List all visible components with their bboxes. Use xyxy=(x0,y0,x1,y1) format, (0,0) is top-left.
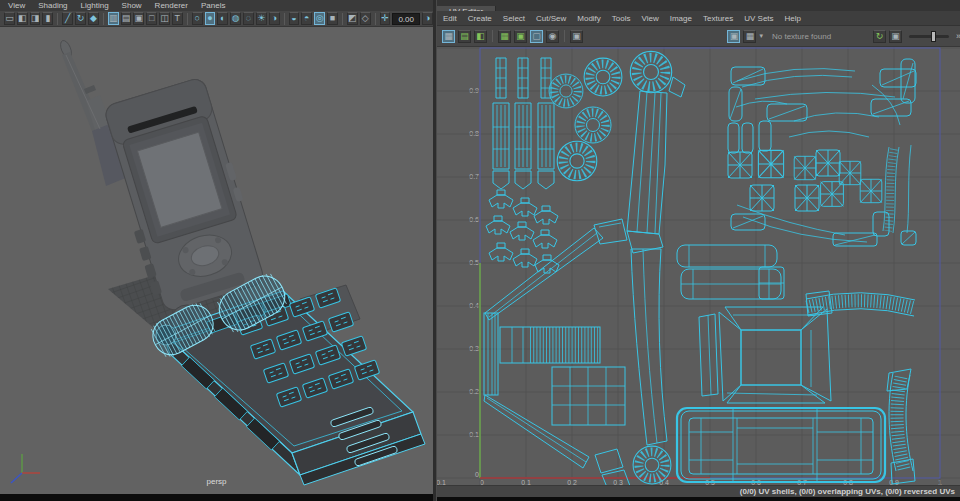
menu-show[interactable]: Show xyxy=(122,1,142,10)
viewport-glow-icon[interactable]: ◎ xyxy=(314,12,325,25)
empty-pane-icon[interactable]: □ xyxy=(146,12,157,25)
toolbar-separator xyxy=(103,13,104,25)
uv-shell-discs[interactable] xyxy=(549,58,622,181)
uv-editor-toolbar: ▦ ▤ ◧ ▦ ▣ ▢ ◉ ▣ ▣ ▦ ▾ No texture found ↻… xyxy=(437,26,960,47)
grease-pencil-icon[interactable]: ╱ xyxy=(62,12,73,25)
viewport-3d[interactable]: persp xyxy=(0,27,433,494)
texture-status-label: No texture found xyxy=(772,32,864,41)
bottom-bar xyxy=(0,494,433,501)
material-sphere-icon[interactable]: ◍ xyxy=(230,12,241,25)
lock-icon[interactable]: ▮ xyxy=(42,12,53,25)
viewport-toolbar: ▭ ◧ ◨ ▮ ╱ ↻ ◆ ▥ ▤ ▣ □ ◫ T ○ ● ◐ ◍ ◌ ☀ ◑ … xyxy=(0,11,433,27)
chevron-down-icon[interactable]: ▾ xyxy=(759,32,763,40)
menu-lighting[interactable]: Lighting xyxy=(81,1,109,10)
uv-shell-bezel[interactable] xyxy=(699,307,831,403)
toolbar-separator xyxy=(564,30,565,42)
camera-icon[interactable]: ▭ xyxy=(4,12,15,25)
uv-shells xyxy=(437,47,960,485)
tear-off-copy-icon[interactable]: T xyxy=(172,12,183,25)
uv-status-bar: (0/0) UV shells, (0/0) overlapping UVs, … xyxy=(437,485,960,497)
menu-view[interactable]: View xyxy=(642,14,659,23)
dotted-sphere-icon[interactable]: ◌ xyxy=(243,12,254,25)
uv-shell-counts: (0/0) UV shells, (0/0) overlapping UVs, … xyxy=(740,487,955,496)
uv-shell-hinge-covers[interactable] xyxy=(677,245,784,299)
shaded-sphere-icon[interactable]: ● xyxy=(205,12,216,25)
toolbar-separator xyxy=(187,13,188,25)
viewport-menubar: View Shading Lighting Show Renderer Pane… xyxy=(0,0,433,11)
tile-grid-icon[interactable]: ▦ xyxy=(498,30,511,43)
uv-shell-side-strip[interactable] xyxy=(887,369,915,484)
axis-gizmo xyxy=(11,454,40,483)
uv-editor-menubar: Edit Create Select Cut/Sew Modify Tools … xyxy=(437,11,960,26)
tile-outline-icon[interactable]: ▣ xyxy=(514,30,527,43)
single-pane-icon[interactable]: ▥ xyxy=(108,12,119,25)
phone-model xyxy=(0,27,433,494)
uv-shell-antenna[interactable] xyxy=(484,219,630,485)
isolate-image-icon[interactable]: ▣ xyxy=(570,30,583,43)
isolate-select-icon[interactable]: ◇ xyxy=(360,12,371,25)
expand-toolbar-icon[interactable]: » xyxy=(956,31,960,41)
split-pane-icon[interactable]: ◫ xyxy=(159,12,170,25)
bottom-bar xyxy=(437,497,960,501)
stacked-pane-icon[interactable]: ▤ xyxy=(121,12,132,25)
motion-blur-icon[interactable]: ◓ xyxy=(301,12,312,25)
shade-shells-icon[interactable]: ◉ xyxy=(546,30,559,43)
menu-cutsew[interactable]: Cut/Sew xyxy=(536,14,566,23)
image-ratio-icon[interactable]: ▣ xyxy=(889,30,902,43)
lights-icon[interactable]: ☀ xyxy=(256,12,267,25)
shadows-icon[interactable]: ◑ xyxy=(269,12,280,25)
image-dim-slider[interactable] xyxy=(909,35,949,38)
uv-shell-keypad-face[interactable] xyxy=(677,408,885,482)
uv-shell-barcode[interactable] xyxy=(500,327,600,363)
perspective-viewport-panel: View Shading Lighting Show Renderer Pane… xyxy=(0,0,433,501)
phone-upper-body[interactable] xyxy=(96,76,268,315)
menu-select[interactable]: Select xyxy=(503,14,525,23)
toolbar-separator xyxy=(284,13,285,25)
mute-display-icon[interactable]: ■ xyxy=(327,12,338,25)
marker-icon[interactable]: ◆ xyxy=(88,12,99,25)
orient-shells-icon[interactable]: ◧ xyxy=(474,30,487,43)
toolbar-separator xyxy=(492,30,493,42)
menu-modify[interactable]: Modify xyxy=(577,14,601,23)
wireframe-sphere-icon[interactable]: ○ xyxy=(192,12,203,25)
uv-edit-mode-icon[interactable]: ▦ xyxy=(442,30,455,43)
menu-shading[interactable]: Shading xyxy=(38,1,67,10)
menu-image[interactable]: Image xyxy=(670,14,692,23)
xray-icon[interactable]: ◩ xyxy=(347,12,358,25)
uv-editor-panel: UV Editor Edit Create Select Cut/Sew Mod… xyxy=(437,0,960,501)
uv-shell-top-band[interactable] xyxy=(806,291,915,316)
toolbar-separator xyxy=(375,13,376,25)
menu-tools[interactable]: Tools xyxy=(612,14,631,23)
toolbar-separator xyxy=(342,13,343,25)
textured-sphere-icon[interactable]: ◐ xyxy=(217,12,228,25)
gamma-icon[interactable]: ◑ xyxy=(422,12,433,25)
exposure-field[interactable]: 0.00 xyxy=(392,13,420,25)
update-psd-icon[interactable]: ↻ xyxy=(873,30,886,43)
menu-view[interactable]: View xyxy=(8,1,25,10)
menu-textures[interactable]: Textures xyxy=(703,14,733,23)
exposure-icon[interactable]: ✛ xyxy=(380,12,391,25)
uv-shell-table[interactable] xyxy=(552,367,625,425)
bookmark-icon[interactable]: ◨ xyxy=(30,12,41,25)
menu-renderer[interactable]: Renderer xyxy=(155,1,188,10)
menu-help[interactable]: Help xyxy=(785,14,801,23)
uv-shell-strips[interactable] xyxy=(493,58,554,189)
maya-window: View Shading Lighting Show Renderer Pane… xyxy=(0,0,960,501)
checker-map-icon[interactable]: ▦ xyxy=(743,30,756,43)
stack-shells-icon[interactable]: ▤ xyxy=(458,30,471,43)
small-pane-icon[interactable]: ▣ xyxy=(133,12,144,25)
menu-panels[interactable]: Panels xyxy=(201,1,225,10)
camera-label: persp xyxy=(206,477,226,486)
toolbar-separator xyxy=(57,13,58,25)
ambient-occlusion-icon[interactable]: ◒ xyxy=(289,12,300,25)
menu-create[interactable]: Create xyxy=(468,14,492,23)
image-display-icon[interactable]: ▣ xyxy=(727,30,740,43)
slider-handle[interactable] xyxy=(931,31,936,42)
rotate-view-icon[interactable]: ↻ xyxy=(75,12,86,25)
menu-uvsets[interactable]: UV Sets xyxy=(744,14,773,23)
menu-edit[interactable]: Edit xyxy=(443,14,457,23)
uv-shell-keys[interactable] xyxy=(486,190,559,273)
shell-border-icon[interactable]: ▢ xyxy=(530,30,543,43)
bookmark-add-icon[interactable]: ◧ xyxy=(17,12,28,25)
uv-canvas[interactable]: 0.9 0.8 0.7 0.6 0.5 0.4 0.3 0.2 0.1 0 0.… xyxy=(437,47,960,485)
